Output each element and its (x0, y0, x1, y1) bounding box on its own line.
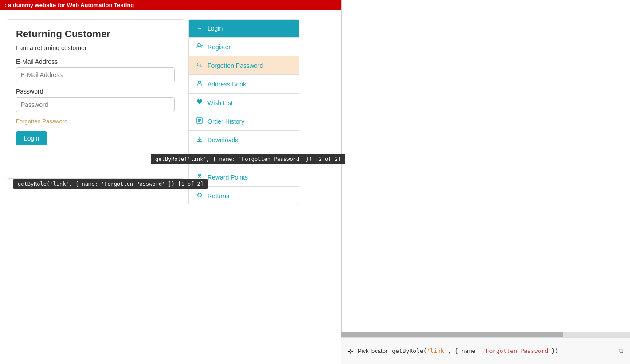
svg-point-0 (198, 43, 200, 46)
copy-icon[interactable]: ⧉ (619, 347, 623, 355)
svg-point-16 (199, 175, 200, 176)
nav-item-address-book[interactable]: Address Book (189, 75, 299, 94)
nav-label-order-history: Order History (207, 118, 244, 125)
nav-label-forgotten-password: Forgotten Password (207, 62, 263, 69)
login-button[interactable]: Login (16, 131, 47, 145)
password-form-group: Password (16, 88, 175, 112)
password-input[interactable] (16, 97, 175, 112)
svg-line-4 (200, 65, 202, 67)
returns-icon (196, 192, 203, 200)
order-history-icon (196, 117, 203, 125)
nav-label-downloads: Downloads (207, 137, 238, 144)
heart-icon (196, 99, 203, 106)
nav-label-address-book: Address Book (207, 81, 246, 88)
nav-item-downloads[interactable]: Downloads (189, 131, 299, 149)
nav-item-returns[interactable]: Returns (189, 187, 299, 205)
forgotten-password-link-1[interactable]: Forgotten Password (16, 118, 67, 125)
password-label: Password (16, 88, 175, 95)
nav-label-register: Register (207, 43, 231, 51)
locator-method: getByRole( (392, 348, 427, 354)
locator-code: getByRole('link', { name: 'Forgotten Pas… (392, 348, 559, 354)
devtools-panel (341, 0, 630, 364)
locator-end: }) (552, 348, 559, 354)
download-icon (196, 136, 203, 144)
nav-label-login: Login (207, 25, 223, 32)
returning-customer-title: Returning Customer (16, 28, 175, 40)
email-label: E-Mail Address (16, 58, 175, 65)
nav-label-wish-list: Wish List (207, 99, 233, 106)
locator-arg2: 'Forgotten Password' (482, 348, 552, 354)
nav-item-order-history[interactable]: Order History (189, 112, 299, 131)
svg-point-3 (197, 63, 200, 66)
nav-label-reward-points: Reward Points (207, 174, 248, 181)
register-icon (196, 43, 203, 51)
top-banner: : a dummy website for Web Automation Tes… (0, 0, 341, 10)
svg-point-5 (198, 81, 200, 83)
tooltip-forgotten-password-2: getByRole('link', { name: 'Forgotten Pas… (151, 154, 345, 164)
locator-comma: , { name: (447, 348, 482, 354)
key-icon (196, 62, 203, 69)
devtools-scrollbar[interactable] (341, 332, 630, 337)
pick-locator-label: Pick locator (358, 348, 387, 354)
devtools-scrollbar-thumb[interactable] (341, 332, 563, 337)
login-icon: → (196, 25, 203, 32)
nav-item-login[interactable]: → Login (189, 20, 299, 38)
email-input[interactable] (16, 67, 175, 82)
returning-customer-subtitle: I am a returning customer (16, 44, 175, 51)
tooltip-forgotten-password-1: getByRole('link', { name: 'Forgotten Pas… (13, 179, 208, 189)
nav-item-wish-list[interactable]: Wish List (189, 94, 299, 112)
nav-label-returns: Returns (207, 192, 229, 200)
pick-locator-icon: ⊹ (348, 348, 353, 355)
locator-arg1: 'link' (427, 348, 447, 354)
email-form-group: E-Mail Address (16, 58, 175, 82)
nav-item-register[interactable]: Register (189, 38, 299, 56)
account-nav-menu: → Login Register (188, 19, 299, 205)
devtools-bottom-bar: ⊹ Pick locator getByRole('link', { name:… (341, 337, 630, 364)
nav-item-forgotten-password[interactable]: Forgotten Password (189, 56, 299, 75)
address-book-icon (196, 80, 203, 88)
